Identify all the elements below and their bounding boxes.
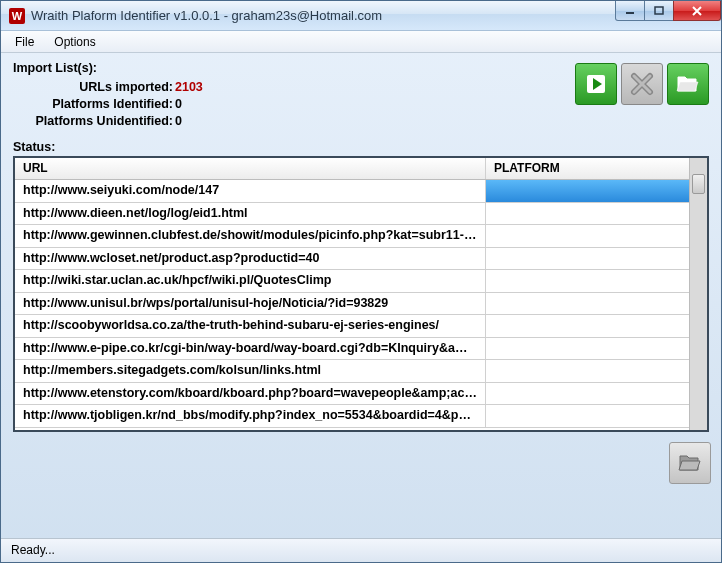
cell-platform — [486, 180, 689, 202]
export-folder-button[interactable] — [669, 442, 711, 484]
status-text: Ready... — [11, 543, 55, 557]
cell-url: http://www.wcloset.net/product.asp?produ… — [15, 248, 486, 270]
platforms-identified-value: 0 — [175, 96, 182, 113]
urls-imported-label: URLs imported: — [13, 79, 173, 96]
results-table: URL PLATFORM http://www.seiyuki.com/node… — [13, 156, 709, 432]
menu-file[interactable]: File — [5, 33, 44, 51]
cell-url: http://www.dieen.net/log/log/eid1.html — [15, 203, 486, 225]
vertical-scrollbar[interactable] — [689, 158, 707, 430]
cell-url: http://www.gewinnen.clubfest.de/showit/m… — [15, 225, 486, 247]
maximize-icon — [653, 6, 665, 16]
cell-platform — [486, 248, 689, 270]
cell-platform — [486, 338, 689, 360]
stop-button[interactable] — [621, 63, 663, 105]
minimize-button[interactable] — [615, 1, 645, 21]
cancel-icon — [629, 71, 655, 97]
cell-platform — [486, 405, 689, 427]
play-icon — [585, 73, 607, 95]
close-icon — [691, 6, 703, 16]
svg-rect-1 — [655, 7, 663, 14]
svg-rect-0 — [626, 12, 634, 14]
cell-url: http://scoobyworldsa.co.za/the-truth-beh… — [15, 315, 486, 337]
status-label: Status: — [13, 140, 709, 154]
start-button[interactable] — [575, 63, 617, 105]
folder-open-icon — [676, 73, 700, 95]
cell-platform — [486, 270, 689, 292]
table-row[interactable]: http://wiki.star.uclan.ac.uk/hpcf/wiki.p… — [15, 270, 689, 293]
table-row[interactable]: http://members.sitegadgets.com/kolsun/li… — [15, 360, 689, 383]
cell-platform — [486, 360, 689, 382]
cell-url: http://members.sitegadgets.com/kolsun/li… — [15, 360, 486, 382]
window-controls — [616, 1, 721, 23]
cell-url: http://www.tjobligen.kr/nd_bbs/modify.ph… — [15, 405, 486, 427]
table-row[interactable]: http://www.wcloset.net/product.asp?produ… — [15, 248, 689, 271]
table-header: URL PLATFORM — [15, 158, 689, 180]
cell-url: http://www.e-pipe.co.kr/cgi-bin/way-boar… — [15, 338, 486, 360]
cell-platform — [486, 383, 689, 405]
table-row[interactable]: http://www.unisul.br/wps/portal/unisul-h… — [15, 293, 689, 316]
close-button[interactable] — [673, 1, 721, 21]
minimize-icon — [624, 6, 636, 16]
cell-platform — [486, 315, 689, 337]
toolbar — [575, 63, 709, 105]
titlebar[interactable]: W Wraith Plaform Identifier v1.0.0.1 - g… — [1, 1, 721, 31]
cell-url: http://www.unisul.br/wps/portal/unisul-h… — [15, 293, 486, 315]
table-row[interactable]: http://scoobyworldsa.co.za/the-truth-beh… — [15, 315, 689, 338]
menu-options[interactable]: Options — [44, 33, 105, 51]
app-icon: W — [9, 8, 25, 24]
table-row[interactable]: http://www.tjobligen.kr/nd_bbs/modify.ph… — [15, 405, 689, 428]
table-row[interactable]: http://www.dieen.net/log/log/eid1.html — [15, 203, 689, 226]
app-window: W Wraith Plaform Identifier v1.0.0.1 - g… — [0, 0, 722, 563]
cell-platform — [486, 203, 689, 225]
table-body: http://www.seiyuki.com/node/147http://ww… — [15, 180, 689, 428]
bottom-area — [13, 432, 709, 534]
col-header-url[interactable]: URL — [15, 158, 486, 179]
table-row[interactable]: http://www.etenstory.com/kboard/kboard.p… — [15, 383, 689, 406]
table-row[interactable]: http://www.seiyuki.com/node/147 — [15, 180, 689, 203]
table-row[interactable]: http://www.e-pipe.co.kr/cgi-bin/way-boar… — [15, 338, 689, 361]
cell-url: http://wiki.star.uclan.ac.uk/hpcf/wiki.p… — [15, 270, 486, 292]
platforms-unidentified-value: 0 — [175, 113, 182, 130]
folder-icon — [678, 452, 702, 474]
menubar: File Options — [1, 31, 721, 53]
platforms-unidentified-label: Platforms Unidentified: — [13, 113, 173, 130]
scrollbar-thumb[interactable] — [692, 174, 705, 194]
client-area: Import List(s): URLs imported: 2103 Plat… — [1, 53, 721, 538]
cell-url: http://www.etenstory.com/kboard/kboard.p… — [15, 383, 486, 405]
platforms-identified-label: Platforms Identified: — [13, 96, 173, 113]
urls-imported-value: 2103 — [175, 79, 203, 96]
cell-platform — [486, 293, 689, 315]
cell-platform — [486, 225, 689, 247]
col-header-platform[interactable]: PLATFORM — [486, 158, 689, 179]
statusbar: Ready... — [1, 538, 721, 562]
window-title: Wraith Plaform Identifier v1.0.0.1 - gra… — [31, 8, 382, 23]
import-section: Import List(s): URLs imported: 2103 Plat… — [13, 61, 709, 130]
table-row[interactable]: http://www.gewinnen.clubfest.de/showit/m… — [15, 225, 689, 248]
cell-url: http://www.seiyuki.com/node/147 — [15, 180, 486, 202]
maximize-button[interactable] — [644, 1, 674, 21]
open-folder-button[interactable] — [667, 63, 709, 105]
